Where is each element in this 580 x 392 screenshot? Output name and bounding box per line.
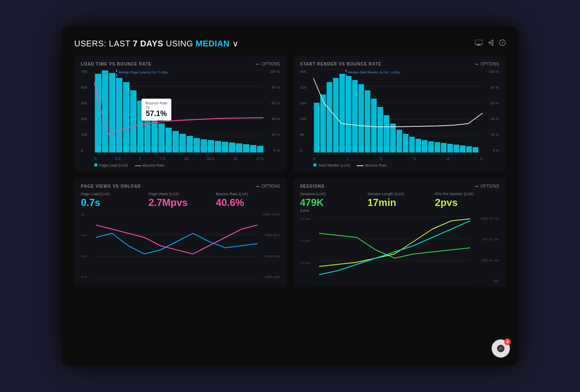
chat-bubble[interactable]: 4 bbox=[492, 339, 510, 358]
sessions-y-left: 3.2 pvs2.4 pvs1.6 pvs bbox=[300, 217, 311, 283]
sessions-panel: SESSIONS OPTIONS Sessions (LUX) 479K 4 p… bbox=[293, 178, 506, 287]
svg-rect-48 bbox=[320, 94, 326, 152]
svg-rect-61 bbox=[403, 134, 409, 152]
bounce-tooltip: Bounce Rate 7s 57.1% bbox=[141, 99, 171, 121]
svg-rect-54 bbox=[358, 84, 364, 152]
load-time-chart-area: 75K60K45K30K15K0 100 %80 %60 %40 %20 %0 … bbox=[81, 70, 280, 161]
svg-point-74 bbox=[257, 186, 258, 186]
svg-rect-66 bbox=[434, 142, 440, 152]
pageviews-svg bbox=[96, 213, 258, 279]
start-render-legend: Start Render (LUX) Bounce Rate bbox=[300, 163, 499, 167]
svg-rect-0 bbox=[475, 40, 483, 44]
svg-rect-26 bbox=[180, 134, 186, 152]
share-icon[interactable] bbox=[487, 39, 494, 48]
svg-rect-56 bbox=[371, 99, 377, 152]
svg-rect-52 bbox=[346, 76, 351, 152]
svg-point-81 bbox=[476, 186, 477, 186]
svg-rect-27 bbox=[187, 136, 193, 152]
svg-rect-51 bbox=[339, 74, 345, 152]
load-time-y-left: 75K60K45K30K15K0 bbox=[81, 70, 88, 152]
start-render-svg bbox=[313, 70, 483, 152]
sessions-stats: Sessions (LUX) 479K 4 pvs Session Length… bbox=[300, 192, 499, 213]
svg-rect-88 bbox=[499, 348, 503, 348]
load-time-title: LOAD TIME VS BOUNCE RATE bbox=[81, 62, 151, 66]
svg-point-75 bbox=[258, 186, 259, 186]
dashboard-header: USERS: LAST 7 DAYS USING MEDIAN ∨ ? bbox=[74, 39, 506, 48]
sessions-chart-area: 3.2 pvs2.4 pvs1.6 pvs 100K 40 min80K 32 … bbox=[300, 217, 499, 283]
load-time-panel: LOAD TIME VS BOUNCE RATE OPTIONS 75K60K4… bbox=[74, 56, 287, 172]
pageviews-y-left: 1s0.8s0.6s0.4s bbox=[81, 213, 87, 279]
start-render-title: START RENDER VS BOUNCE RATE bbox=[300, 62, 381, 66]
bottom-charts-row: PAGE VIEWS VS ONLOAD OPTIONS Page Load (… bbox=[74, 178, 506, 287]
svg-point-5 bbox=[256, 63, 257, 64]
pageviews-chart-area: 1s0.8s0.6s0.4s 500K 100%400K 80%300K 60%… bbox=[81, 213, 280, 279]
svg-rect-30 bbox=[208, 140, 214, 152]
monitor-icon[interactable] bbox=[475, 40, 483, 47]
svg-rect-55 bbox=[365, 90, 370, 152]
page-title: USERS: LAST 7 DAYS USING MEDIAN ∨ bbox=[74, 39, 239, 48]
svg-rect-25 bbox=[173, 131, 179, 152]
svg-rect-14 bbox=[95, 74, 101, 152]
median-load-label: Median Page Load (LUX): 2.056s bbox=[119, 70, 168, 74]
svg-point-80 bbox=[475, 186, 476, 186]
svg-rect-1 bbox=[478, 44, 480, 45]
pageviews-y-right: 500K 100%400K 80%300K 60%200K 40% bbox=[263, 213, 280, 279]
svg-rect-49 bbox=[327, 82, 332, 152]
svg-rect-68 bbox=[447, 144, 453, 152]
pageviews-stats: Page Load (LUX) 0.7s Page Views (LUX) 2.… bbox=[81, 192, 280, 208]
header-actions: ? bbox=[475, 39, 506, 48]
svg-text:?: ? bbox=[502, 41, 504, 45]
bounce-rate-stat: Bounce Rate (LUX) 40.6% bbox=[216, 192, 280, 208]
sessions-options[interactable]: OPTIONS bbox=[475, 184, 499, 189]
start-render-chart-inner: Median Start Render (LUX): 1.031s bbox=[313, 70, 483, 152]
load-time-y-right: 100 %80 %60 %40 %20 %0 % bbox=[269, 70, 280, 152]
pageviews-options[interactable]: OPTIONS bbox=[256, 184, 280, 189]
svg-rect-59 bbox=[390, 123, 396, 152]
load-time-x-labels: 02.557.51012.51517.5 bbox=[94, 157, 263, 161]
svg-rect-15 bbox=[102, 70, 108, 152]
svg-rect-50 bbox=[333, 78, 339, 152]
svg-point-82 bbox=[478, 186, 478, 186]
svg-rect-35 bbox=[243, 144, 249, 152]
session-length-stat: Session Length (LUX) 17min bbox=[368, 192, 432, 213]
sessions-y-right: 100K 40 min80K 32 min60K 24 min40K bbox=[480, 217, 499, 283]
svg-rect-64 bbox=[422, 140, 428, 152]
svg-rect-70 bbox=[460, 145, 466, 152]
help-icon[interactable]: ? bbox=[499, 39, 506, 48]
median-dropdown[interactable]: ∨ bbox=[232, 39, 239, 48]
load-time-legend: Page Load (LUX) Bounce Rate bbox=[81, 163, 280, 167]
pageviews-title: PAGE VIEWS VS ONLOAD bbox=[81, 184, 141, 189]
start-render-y-right: 100 %80 %60 %40 %20 %0 % bbox=[488, 70, 499, 152]
svg-rect-37 bbox=[257, 146, 263, 152]
svg-point-40 bbox=[478, 63, 478, 64]
load-time-chart-inner: Median Page Load (LUX): 2.056s bbox=[94, 70, 263, 152]
chat-icon bbox=[496, 344, 505, 353]
chat-badge: 4 bbox=[504, 339, 511, 345]
svg-rect-32 bbox=[222, 142, 228, 152]
svg-rect-65 bbox=[428, 141, 434, 152]
svg-rect-2 bbox=[477, 45, 481, 46]
svg-rect-47 bbox=[314, 103, 320, 152]
page-views-stat: Page Views (LUX) 2.7Mpvs bbox=[149, 192, 213, 208]
start-render-panel: START RENDER VS BOUNCE RATE OPTIONS 40K3… bbox=[293, 56, 506, 172]
svg-rect-34 bbox=[236, 143, 242, 152]
sessions-svg bbox=[319, 217, 470, 283]
svg-point-73 bbox=[256, 186, 257, 186]
svg-rect-63 bbox=[416, 139, 422, 152]
page-load-stat: Page Load (LUX) 0.7s bbox=[81, 192, 145, 208]
pvs-per-session-stat: PVs Per Session (LUX) 2pvs bbox=[435, 192, 499, 213]
sessions-count-stat: Sessions (LUX) 479K 4 pvs bbox=[300, 192, 364, 213]
svg-point-7 bbox=[258, 63, 259, 64]
svg-rect-16 bbox=[109, 73, 115, 152]
pageviews-panel: PAGE VIEWS VS ONLOAD OPTIONS Page Load (… bbox=[74, 178, 287, 287]
start-render-options[interactable]: OPTIONS bbox=[475, 62, 499, 66]
svg-rect-72 bbox=[473, 147, 478, 152]
svg-rect-18 bbox=[123, 82, 129, 152]
svg-rect-62 bbox=[409, 137, 415, 152]
svg-rect-36 bbox=[250, 145, 256, 152]
svg-rect-67 bbox=[441, 143, 447, 152]
load-time-options[interactable]: OPTIONS bbox=[256, 62, 280, 66]
svg-rect-23 bbox=[158, 123, 165, 152]
svg-rect-71 bbox=[466, 146, 472, 152]
median-render-line: Median Start Render (LUX): 1.031s bbox=[346, 70, 346, 152]
